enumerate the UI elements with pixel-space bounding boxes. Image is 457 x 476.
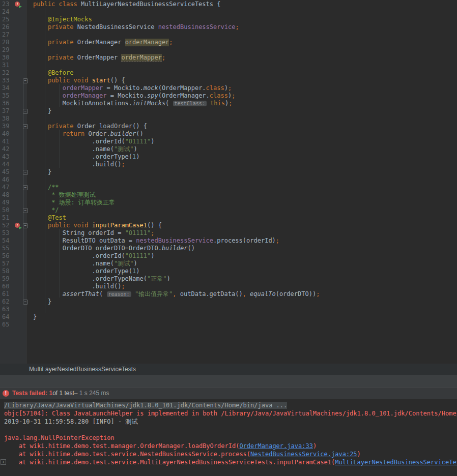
code-line[interactable]: 44 .build(); [0, 161, 457, 168]
code-line[interactable]: 25 @InjectMocks [0, 16, 457, 23]
code-line[interactable]: 34 orderMapper = Mockito.mock(OrderMappe… [0, 84, 457, 92]
code-text: orderMapper = Mockito.mock(OrderMapper.c… [28, 84, 457, 92]
line-number: 48 [0, 191, 14, 199]
code-token: NestedBusinessService [73, 23, 158, 31]
stack-link[interactable]: MultiLayerNestedBusinessServiceTests. [335, 459, 457, 466]
fold-close-icon[interactable]: − [23, 109, 28, 114]
code-line[interactable]: 65 [0, 321, 457, 329]
code-line[interactable]: 47− /** [0, 184, 457, 191]
fold-open-icon[interactable]: − [23, 185, 28, 190]
code-line[interactable]: 26 private NestedBusinessService nestedB… [0, 23, 457, 31]
code-line[interactable]: 48 * 数据处理测试 [0, 191, 457, 199]
code-line[interactable]: 43 .orderType(1) [0, 153, 457, 161]
code-line[interactable]: 39− private Order loadOrder() { [0, 123, 457, 130]
code-token: ; [151, 229, 154, 236]
code-line[interactable]: 51 @Test [0, 214, 457, 222]
code-line[interactable]: 35 orderManager = Mockito.spy(OrderManag… [0, 92, 457, 100]
test-failed-run-icon[interactable]: ! [15, 223, 21, 229]
code-token: ; [232, 92, 235, 99]
code-line[interactable]: 42 .name("测试") [0, 145, 457, 153]
line-number: 35 [0, 92, 14, 100]
gutter-icon-slot [14, 260, 22, 267]
code-line[interactable]: 53 String orderId = "O1111"; [0, 229, 457, 237]
code-token: ) [224, 84, 228, 92]
code-line[interactable]: 46 [0, 176, 457, 184]
code-line[interactable]: 64} [0, 313, 457, 321]
code-line[interactable]: 31 [0, 62, 457, 69]
code-token: "正常" [147, 275, 166, 282]
code-line[interactable]: 62− } [0, 298, 457, 306]
code-line[interactable]: 32 @Before [0, 69, 457, 77]
code-line[interactable]: 45− } [0, 168, 457, 176]
code-token: initMocks [132, 100, 165, 107]
code-text: orderManager = Mockito.spy(OrderManager.… [28, 92, 457, 100]
gutter-icon-slot [14, 92, 22, 100]
code-line[interactable]: 52!− public void inputParamCase1() { [0, 222, 457, 229]
line-number: 57 [0, 260, 14, 267]
code-line[interactable]: 24 [0, 8, 457, 16]
fold-close-icon[interactable]: − [23, 208, 28, 213]
line-number: 39 [0, 123, 14, 130]
code-line[interactable]: 30 private OrderMapper orderMapper; [0, 54, 457, 62]
fold-open-icon[interactable]: − [23, 78, 28, 83]
code-line[interactable]: 37− } [0, 107, 457, 115]
code-token: private [48, 23, 74, 31]
code-token: class [210, 92, 228, 99]
fold-slot [22, 23, 28, 31]
code-text: return Order.builder() [28, 130, 457, 138]
code-line[interactable]: 56 .orderId("O1111") [0, 252, 457, 260]
code-token: "O1111" [125, 229, 151, 236]
fold-close-icon[interactable]: − [23, 170, 28, 175]
fold-open-icon[interactable]: − [23, 223, 28, 228]
test-tree-node[interactable]: MultiLayerNestedBusinessServiceTests [0, 364, 457, 375]
line-number: 33 [0, 77, 14, 84]
expand-fold-icon[interactable]: + [1, 459, 6, 465]
code-token: , [173, 290, 176, 298]
code-line[interactable]: 23!public class MultiLayerNestedBusiness… [0, 1, 457, 8]
gutter-icon-slot [14, 313, 22, 321]
fold-slot [22, 130, 28, 138]
code-line[interactable]: 58 .orderType(1) [0, 267, 457, 275]
fold-open-icon[interactable]: − [23, 124, 28, 129]
code-token [207, 100, 210, 107]
test-class-label: MultiLayerNestedBusinessServiceTests [29, 366, 136, 373]
fold-close-icon[interactable]: − [23, 300, 28, 305]
code-line[interactable]: 33− public void start() { [0, 77, 457, 84]
code-line[interactable]: 38 [0, 115, 457, 123]
code-token: mock [144, 84, 158, 92]
code-text: MockitoAnnotations.initMocks( testClass:… [28, 100, 457, 107]
code-line[interactable]: 28 private OrderManager orderManager; [0, 39, 457, 46]
gutter-icon-slot [14, 245, 22, 252]
code-text: private Order loadOrder() { [28, 123, 457, 130]
code-line[interactable]: 54 ResultDTO outData = nestedBusinessSer… [0, 237, 457, 245]
code-line[interactable]: 50− */ [0, 206, 457, 214]
test-status-bar: ! Tests failed: 1 of 1 test – 1 s 245 ms [0, 387, 457, 399]
test-failed-run-icon[interactable]: ! [15, 2, 21, 8]
code-line[interactable]: 27 [0, 31, 457, 39]
console-output[interactable]: /Library/Java/JavaVirtualMachines/jdk1.8… [0, 399, 457, 476]
code-token: private [48, 39, 74, 46]
code-line[interactable]: 49 * 场景: 订单转换正常 [0, 199, 457, 206]
code-line[interactable]: 57 .name("测试") [0, 260, 457, 267]
fold-slot [22, 306, 28, 313]
code-token: ; [121, 283, 125, 290]
code-line[interactable]: 61 assertThat( reason: "输出值异常", outData.… [0, 290, 457, 298]
code-token: ) [151, 138, 154, 145]
code-line[interactable]: 63 [0, 306, 457, 313]
code-text: } [28, 313, 457, 321]
code-line[interactable]: 60 .build(); [0, 283, 457, 290]
stack-link[interactable]: OrderManager.java:33 [239, 442, 313, 450]
gutter-icon-slot [14, 237, 22, 245]
code-line[interactable]: 29 [0, 46, 457, 54]
code-line[interactable]: 40 return Order.builder() [0, 130, 457, 138]
code-editor[interactable]: 23!public class MultiLayerNestedBusiness… [0, 0, 457, 364]
code-line[interactable]: 59 .orderTypeName("正常") [0, 275, 457, 283]
code-line[interactable]: 36 MockitoAnnotations.initMocks( testCla… [0, 100, 457, 107]
stack-link[interactable]: NestedBusinessService.java:25 [250, 451, 357, 458]
code-line[interactable]: 55 OrderDTO orderDTO=OrderDTO.builder() [0, 245, 457, 252]
fold-slot [22, 31, 28, 39]
code-text: @Test [28, 214, 457, 222]
fold-slot [22, 237, 28, 245]
code-token: outData.getData() [177, 290, 243, 298]
code-line[interactable]: 41 .orderId("O1111") [0, 138, 457, 145]
